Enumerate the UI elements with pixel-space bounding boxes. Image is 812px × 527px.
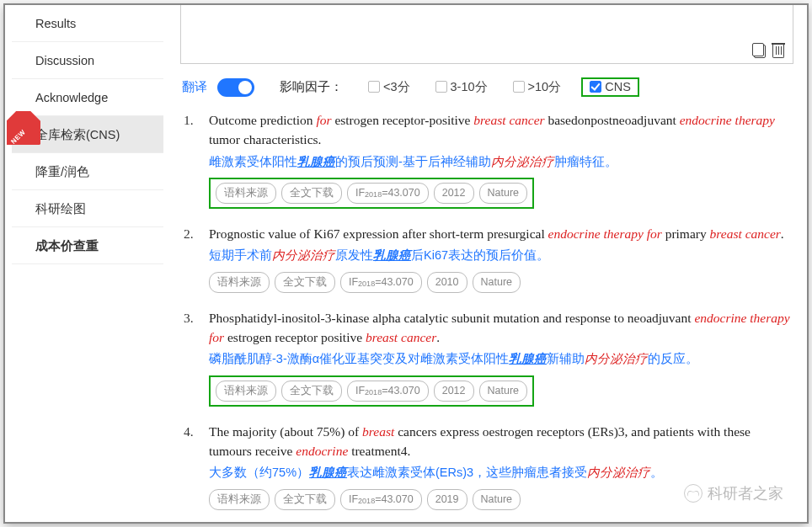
copy-icon[interactable] xyxy=(754,45,766,58)
translate-toggle[interactable] xyxy=(217,78,254,97)
result-body: The majority (about 75%) of breast cance… xyxy=(209,422,795,510)
pill[interactable]: Nature xyxy=(473,489,521,510)
pill[interactable]: 2012 xyxy=(434,183,474,204)
pill[interactable]: Nature xyxy=(479,183,528,204)
pill[interactable]: 全文下载 xyxy=(275,489,335,510)
result-body: Prognostic value of Ki67 expression afte… xyxy=(209,224,795,293)
pill[interactable]: Nature xyxy=(479,381,528,402)
sidebar-item-rewrite[interactable]: 降重/润色 xyxy=(12,153,163,190)
sidebar: Results Discussion Acknowledge 全库检索(CNS)… xyxy=(12,5,163,264)
result-body: Phosphatidyl-inositol-3-kinase alpha cat… xyxy=(209,308,795,407)
result-number: 3. xyxy=(184,308,197,407)
result-pills: 语料来源全文下载IF2018=43.0702012Nature xyxy=(209,375,534,407)
translate-label: 翻译 xyxy=(182,79,207,95)
result-body: Outcome prediction for estrogen receptor… xyxy=(209,110,795,209)
result-translation: 磷脂酰肌醇-3-激酶α催化亚基突变及对雌激素受体阳性乳腺癌新辅助内分泌治疗的反应… xyxy=(209,350,795,369)
filter-gt10[interactable]: >10分 xyxy=(513,79,562,95)
sidebar-item-plotting[interactable]: 科研绘图 xyxy=(12,190,163,227)
pill[interactable]: 2010 xyxy=(427,272,467,293)
result-item: 2.Prognostic value of Ki67 expression af… xyxy=(184,224,795,293)
pill[interactable]: 语料来源 xyxy=(216,183,276,204)
pill[interactable]: Nature xyxy=(473,272,521,293)
pill[interactable]: 2012 xyxy=(434,381,474,402)
filter-cns-highlight: CNS xyxy=(581,77,639,97)
result-title-en: The majority (about 75%) of breast cance… xyxy=(209,422,795,461)
pill[interactable]: IF2018=43.070 xyxy=(340,489,422,510)
result-item: 3.Phosphatidyl-inositol-3-kinase alpha c… xyxy=(184,308,795,407)
sidebar-item-results[interactable]: Results xyxy=(12,5,163,42)
result-translation: 大多数（约75%）乳腺癌表达雌激素受体(ERs)3，这些肿瘤患者接受内分泌治疗。 xyxy=(209,464,795,482)
result-item: 1.Outcome prediction for estrogen recept… xyxy=(184,110,795,209)
filter-bar: 翻译 影响因子： <3分 3-10分 >10分 CNS xyxy=(180,64,799,110)
impact-factor-label: 影响因子： xyxy=(280,79,343,95)
pill[interactable]: IF2018=43.070 xyxy=(347,183,429,204)
filter-lt3[interactable]: <3分 xyxy=(368,79,410,95)
pill[interactable]: 语料来源 xyxy=(216,381,276,402)
pill[interactable]: 语料来源 xyxy=(209,489,270,510)
result-translation: 短期手术前内分泌治疗原发性乳腺癌后Ki67表达的预后价值。 xyxy=(209,247,795,265)
result-item: 4.The majority (about 75%) of breast can… xyxy=(184,422,795,510)
result-pills: 语料来源全文下载IF2018=43.0702012Nature xyxy=(209,178,534,209)
sidebar-item-discussion[interactable]: Discussion xyxy=(12,42,163,79)
filter-3to10[interactable]: 3-10分 xyxy=(435,79,488,95)
editor-area xyxy=(180,5,793,64)
pill[interactable]: IF2018=43.070 xyxy=(340,272,422,293)
results-list: 1.Outcome prediction for estrogen recept… xyxy=(180,110,799,510)
sidebar-item-acknowledge[interactable]: Acknowledge xyxy=(12,79,163,116)
result-pills: 语料来源全文下载IF2018=43.0702010Nature xyxy=(209,272,795,293)
pill[interactable]: IF2018=43.070 xyxy=(347,381,429,402)
result-number: 2. xyxy=(184,224,197,293)
pill[interactable]: 2019 xyxy=(427,489,467,510)
pill[interactable]: 语料来源 xyxy=(209,272,270,293)
result-pills: 语料来源全文下载IF2018=43.0702019Nature xyxy=(209,489,795,510)
result-number: 1. xyxy=(184,110,197,209)
trash-icon[interactable] xyxy=(772,45,784,58)
sidebar-item-cns-search[interactable]: 全库检索(CNS) xyxy=(12,116,163,153)
result-title-en: Prognostic value of Ki67 expression afte… xyxy=(209,224,795,243)
pill[interactable]: 全文下载 xyxy=(281,183,342,204)
result-title-en: Phosphatidyl-inositol-3-kinase alpha cat… xyxy=(209,308,795,348)
result-number: 4. xyxy=(184,422,197,510)
pill[interactable]: 全文下载 xyxy=(275,272,335,293)
result-translation: 雌激素受体阳性乳腺癌的预后预测-基于后神经辅助内分泌治疗肿瘤特征。 xyxy=(209,153,795,172)
result-title-en: Outcome prediction for estrogen receptor… xyxy=(209,110,795,150)
pill[interactable]: 全文下载 xyxy=(281,381,342,402)
filter-cns[interactable]: CNS xyxy=(590,80,631,93)
sidebar-item-pricing[interactable]: 成本价查重 xyxy=(12,227,163,264)
